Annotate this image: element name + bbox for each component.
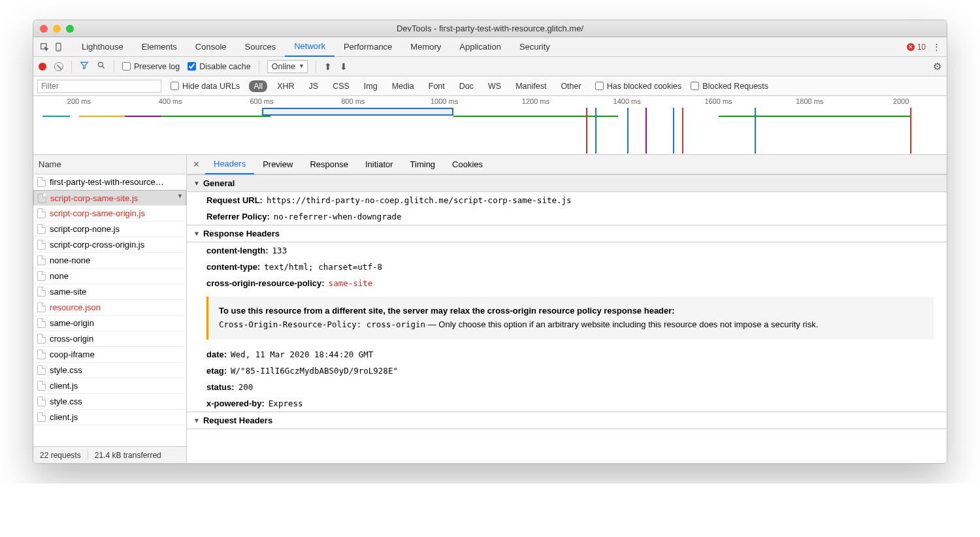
main-tabbar: LighthouseElementsConsoleSourcesNetworkP… <box>33 37 947 57</box>
request-row[interactable]: coop-iframe <box>33 347 186 363</box>
type-filter-doc[interactable]: Doc <box>455 80 478 92</box>
file-icon <box>37 240 46 250</box>
status-transferred: 21.4 kB transferred <box>88 451 168 460</box>
file-icon <box>37 334 46 344</box>
error-badge[interactable]: ✕ 10 <box>907 42 926 52</box>
status-bar: 22 requests 21.4 kB transferred <box>33 446 186 463</box>
titlebar: DevTools - first-party-test-with-resourc… <box>33 20 947 37</box>
tab-network[interactable]: Network <box>285 37 335 57</box>
request-row[interactable]: script-corp-same-site.js <box>33 190 186 206</box>
request-list-header[interactable]: Name <box>33 155 186 174</box>
section-request-headers[interactable]: ▼Request Headers <box>187 412 947 429</box>
has-blocked-cookies-checkbox[interactable]: Has blocked cookies <box>595 82 682 91</box>
request-list: Name first-party-test-with-resource…scri… <box>33 155 187 463</box>
file-icon <box>37 318 46 328</box>
tab-elements[interactable]: Elements <box>133 37 186 57</box>
request-row[interactable]: client.js <box>33 410 186 425</box>
request-row[interactable]: none <box>33 268 186 284</box>
request-row[interactable]: script-corp-none.js <box>33 221 186 237</box>
close-detail-icon[interactable]: ✕ <box>187 159 205 169</box>
detail-tab-cookies[interactable]: Cookies <box>444 155 491 174</box>
request-row[interactable]: client.js <box>33 378 186 394</box>
request-row[interactable]: none-none <box>33 253 186 268</box>
type-filter-img[interactable]: Img <box>359 80 382 92</box>
detail-tab-initiator[interactable]: Initiator <box>357 155 402 174</box>
detail-tab-preview[interactable]: Preview <box>254 155 301 174</box>
type-filter-other[interactable]: Other <box>556 80 585 92</box>
type-filter-ws[interactable]: WS <box>483 80 506 92</box>
referrer-policy-key: Referrer Policy: <box>206 212 270 221</box>
inspect-icon[interactable] <box>37 42 52 52</box>
file-icon <box>37 224 46 234</box>
settings-gear-icon[interactable]: ⚙ <box>933 61 941 73</box>
file-icon <box>37 208 46 218</box>
blocked-requests-checkbox[interactable]: Blocked Requests <box>691 82 768 91</box>
detail-tab-response[interactable]: Response <box>301 155 357 174</box>
file-icon <box>37 365 46 375</box>
main-content: Name first-party-test-with-resource…scri… <box>33 155 947 463</box>
tab-console[interactable]: Console <box>186 37 236 57</box>
file-icon <box>37 287 46 297</box>
corp-callout: To use this resource from a different si… <box>206 297 934 340</box>
type-filter-all[interactable]: All <box>249 80 267 92</box>
tab-security[interactable]: Security <box>510 37 559 57</box>
section-response-headers[interactable]: ▼Response Headers <box>187 225 947 242</box>
record-button[interactable] <box>39 63 46 71</box>
more-menu-icon[interactable]: ⋮ <box>931 42 943 52</box>
waterfall-timeline[interactable]: 200 ms400 ms600 ms800 ms1000 ms1200 ms14… <box>33 96 947 155</box>
type-filter-font[interactable]: Font <box>424 80 449 92</box>
detail-tab-headers[interactable]: Headers <box>205 155 254 174</box>
hide-data-urls-checkbox[interactable]: Hide data URLs <box>171 82 240 91</box>
disclosure-triangle-icon: ▼ <box>193 417 200 424</box>
filter-icon[interactable] <box>80 61 89 72</box>
tab-memory[interactable]: Memory <box>401 37 450 57</box>
file-icon <box>37 302 46 312</box>
disable-cache-checkbox[interactable]: Disable cache <box>188 62 251 71</box>
tab-sources[interactable]: Sources <box>236 37 286 57</box>
clear-button[interactable] <box>54 62 63 71</box>
corp-value: same-site <box>329 278 373 288</box>
tab-application[interactable]: Application <box>450 37 510 57</box>
tab-lighthouse[interactable]: Lighthouse <box>73 37 133 57</box>
devtools-window: DevTools - first-party-test-with-resourc… <box>33 20 947 464</box>
request-row[interactable]: same-origin <box>33 316 186 331</box>
request-row[interactable]: script-corp-cross-origin.js <box>33 237 186 253</box>
device-toggle-icon[interactable] <box>52 42 66 52</box>
detail-tab-timing[interactable]: Timing <box>402 155 444 174</box>
type-filter-xhr[interactable]: XHR <box>272 80 299 92</box>
request-url-key: Request URL: <box>206 195 263 205</box>
file-icon <box>37 271 46 281</box>
detail-body: ▼General Request URL:https://third-party… <box>187 174 947 463</box>
disclosure-triangle-icon: ▼ <box>193 230 200 237</box>
detail-pane: ✕ HeadersPreviewResponseInitiatorTimingC… <box>187 155 947 463</box>
type-filter-js[interactable]: JS <box>304 80 323 92</box>
status-requests: 22 requests <box>33 451 88 460</box>
section-general[interactable]: ▼General <box>187 174 947 192</box>
file-icon <box>37 412 46 422</box>
request-row[interactable]: cross-origin <box>33 331 186 347</box>
svg-point-3 <box>98 62 103 67</box>
throttling-select[interactable]: Online <box>267 60 308 73</box>
type-filter-media[interactable]: Media <box>387 80 419 92</box>
search-icon[interactable] <box>97 61 106 72</box>
request-list-items: first-party-test-with-resource…script-co… <box>33 174 186 446</box>
filter-input[interactable] <box>37 80 161 93</box>
request-row[interactable]: style.css <box>33 363 186 378</box>
request-row[interactable]: same-site <box>33 284 186 300</box>
request-row[interactable]: script-corp-same-origin.js <box>33 206 186 221</box>
request-row[interactable]: first-party-test-with-resource… <box>33 174 186 190</box>
upload-har-icon[interactable]: ⬆ <box>324 61 332 72</box>
type-filters: AllXHRJSCSSImgMediaFontDocWSManifestOthe… <box>249 80 585 92</box>
request-row[interactable]: resource.json <box>33 300 186 316</box>
error-icon: ✕ <box>907 43 915 51</box>
svg-rect-1 <box>56 43 61 51</box>
detail-tabs: ✕ HeadersPreviewResponseInitiatorTimingC… <box>187 155 947 174</box>
type-filter-css[interactable]: CSS <box>328 80 354 92</box>
filter-bar: Hide data URLs AllXHRJSCSSImgMediaFontDo… <box>33 76 947 96</box>
request-row[interactable]: style.css <box>33 394 186 410</box>
tab-performance[interactable]: Performance <box>335 37 401 57</box>
file-icon <box>37 255 46 265</box>
type-filter-manifest[interactable]: Manifest <box>511 80 551 92</box>
download-har-icon[interactable]: ⬇ <box>340 61 348 72</box>
preserve-log-checkbox[interactable]: Preserve log <box>122 62 180 71</box>
